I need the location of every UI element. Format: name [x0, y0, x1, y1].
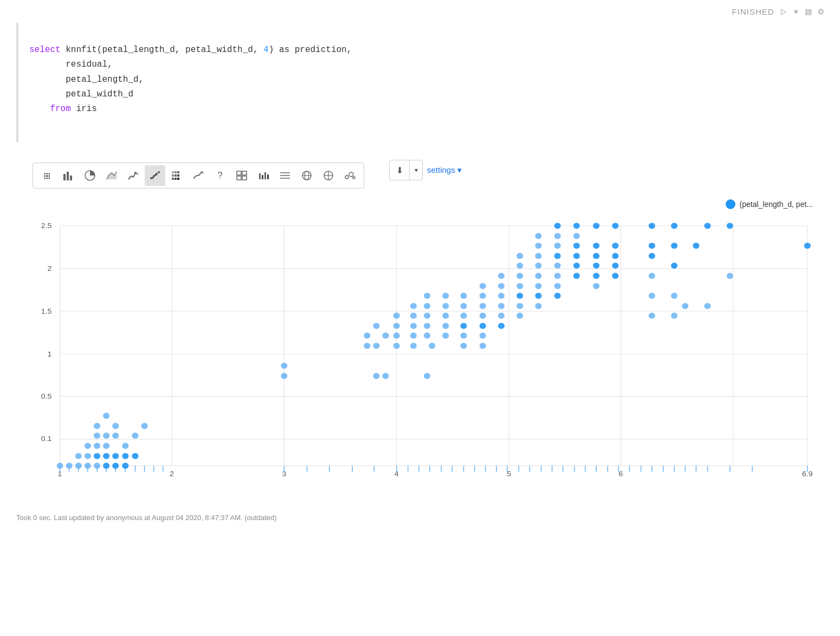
svg-point-188 — [498, 303, 505, 309]
svg-point-157 — [364, 333, 370, 339]
svg-point-238 — [671, 243, 677, 249]
table-list-button[interactable] — [275, 165, 295, 186]
svg-rect-20 — [177, 178, 179, 180]
chart-legend: (petal_length_d, pet... — [726, 199, 813, 209]
svg-point-119 — [66, 463, 73, 469]
list-icon[interactable]: ▤ — [805, 5, 811, 17]
settings-label: settings ▾ — [427, 165, 462, 175]
stop-icon[interactable]: ✶ — [793, 5, 799, 17]
svg-point-212 — [554, 273, 561, 279]
svg-point-120 — [75, 463, 82, 469]
svg-point-196 — [480, 293, 486, 299]
download-dropdown-button[interactable]: ▾ — [410, 160, 423, 180]
svg-text:2: 2 — [48, 264, 52, 272]
settings-gear-icon[interactable]: ⚙ — [818, 5, 824, 17]
svg-point-218 — [516, 263, 523, 269]
svg-point-137 — [94, 433, 100, 439]
svg-rect-18 — [172, 178, 174, 180]
svg-point-192 — [705, 303, 711, 309]
heatmap-button[interactable] — [166, 165, 187, 186]
globe2-icon[interactable] — [318, 165, 339, 186]
svg-point-221 — [573, 263, 580, 269]
settings-button[interactable]: settings ▾ — [427, 165, 462, 175]
path-chart-button[interactable] — [188, 165, 209, 186]
svg-point-213 — [573, 273, 580, 279]
help-button[interactable]: ? — [210, 165, 230, 186]
svg-point-129 — [103, 453, 109, 459]
svg-point-134 — [94, 443, 100, 449]
svg-point-166 — [393, 323, 400, 329]
svg-point-208 — [593, 283, 599, 289]
svg-point-126 — [75, 453, 82, 459]
svg-point-184 — [424, 303, 430, 309]
area-chart-button[interactable] — [101, 165, 122, 186]
matrix-button[interactable] — [231, 165, 252, 186]
svg-point-122 — [94, 463, 100, 469]
svg-point-233 — [554, 243, 561, 249]
vertical-bar-button[interactable] — [253, 165, 274, 186]
svg-point-136 — [122, 443, 128, 449]
play-icon[interactable]: ▷ — [781, 5, 787, 17]
svg-point-235 — [593, 243, 599, 249]
svg-point-121 — [85, 463, 91, 469]
svg-rect-26 — [262, 175, 263, 179]
svg-text:2: 2 — [170, 470, 174, 477]
svg-point-146 — [373, 373, 379, 379]
bar-chart-button[interactable] — [58, 165, 79, 186]
svg-point-222 — [593, 263, 599, 269]
svg-point-148 — [424, 373, 430, 379]
svg-point-144 — [103, 413, 109, 419]
svg-text:1: 1 — [48, 351, 52, 358]
chart-type-toolbar: ⊞ ? — [33, 163, 364, 189]
svg-point-39 — [349, 172, 353, 177]
svg-point-216 — [649, 273, 655, 279]
svg-point-147 — [383, 373, 389, 379]
svg-rect-14 — [177, 171, 179, 173]
svg-point-145 — [281, 373, 287, 379]
pie-chart-button[interactable] — [80, 165, 100, 186]
scatter-plot-button[interactable] — [145, 165, 165, 186]
svg-text:2.5: 2.5 — [41, 222, 52, 229]
svg-point-226 — [535, 253, 541, 259]
svg-point-237 — [649, 243, 655, 249]
svg-point-177 — [461, 313, 467, 319]
svg-text:6: 6 — [619, 470, 623, 477]
svg-point-175 — [424, 313, 430, 319]
svg-rect-24 — [242, 176, 247, 180]
scatter-svg: 2.5 1.5 1 0.5 0.1 2 1 2 3 4 5 6 6.9 — [16, 216, 824, 481]
svg-point-236 — [612, 243, 618, 249]
dots-spread-icon[interactable] — [340, 165, 360, 186]
number-4: 4 — [263, 45, 269, 55]
svg-point-135 — [103, 443, 109, 449]
svg-point-168 — [424, 323, 430, 329]
svg-point-5 — [134, 172, 137, 174]
svg-point-40 — [353, 177, 355, 179]
svg-point-186 — [461, 303, 467, 309]
table-view-button[interactable]: ⊞ — [36, 165, 57, 186]
svg-point-180 — [516, 313, 523, 319]
svg-point-244 — [554, 223, 561, 229]
svg-point-185 — [442, 303, 449, 309]
svg-point-231 — [649, 253, 655, 259]
svg-point-230 — [612, 253, 618, 259]
svg-point-179 — [498, 313, 505, 319]
svg-point-241 — [535, 233, 541, 239]
svg-point-132 — [132, 453, 138, 459]
svg-point-207 — [554, 283, 561, 289]
svg-rect-22 — [242, 171, 247, 175]
svg-point-140 — [132, 433, 138, 439]
svg-point-125 — [122, 463, 128, 469]
svg-point-162 — [442, 333, 449, 339]
globe-icon[interactable] — [296, 165, 317, 186]
svg-point-199 — [535, 293, 541, 299]
legend-color-dot — [726, 199, 735, 209]
line-chart-button[interactable] — [123, 165, 144, 186]
svg-point-198 — [516, 293, 523, 299]
svg-rect-17 — [177, 174, 179, 177]
code-block: select knnfit(petal_length_d, petal_widt… — [29, 28, 352, 131]
svg-point-181 — [649, 313, 655, 319]
svg-point-214 — [593, 273, 599, 279]
download-button[interactable]: ⬇ — [389, 160, 410, 180]
svg-point-205 — [516, 283, 523, 289]
svg-point-187 — [480, 303, 486, 309]
